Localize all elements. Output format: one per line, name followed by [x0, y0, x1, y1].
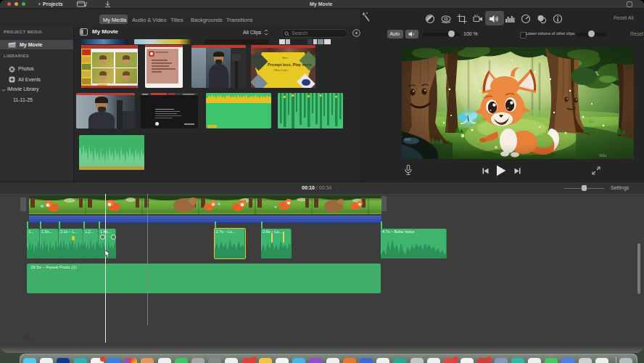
- svg-text:Vidu: Vidu: [599, 153, 606, 158]
